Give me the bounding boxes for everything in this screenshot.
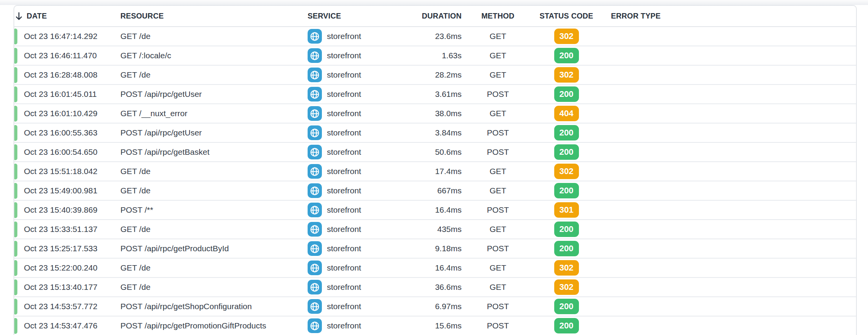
row-duration: 16.4ms [435,263,462,272]
column-header-resource[interactable]: RESOURCE [120,12,308,20]
date-cell: Oct 23 16:01:45.011 [14,90,120,99]
row-date: Oct 23 16:47:14.292 [24,32,97,41]
trace-row[interactable]: Oct 23 16:00:54.650 POST /api/rpc/getBas… [14,143,856,162]
globe-icon [308,280,322,294]
row-method: GET [489,167,506,176]
globe-icon [308,68,322,82]
duration-cell: 16.4ms [400,205,463,215]
row-resource: POST /api/rpc/getUser [120,128,202,137]
globe-icon [308,318,322,333]
trace-row[interactable]: Oct 23 15:33:51.137 GET /de storefront 4… [14,220,856,239]
sort-descending-icon[interactable] [15,11,23,21]
method-cell: POST [463,244,533,253]
status-badge: 301 [554,202,579,218]
row-duration: 23.6ms [435,32,462,41]
trace-row[interactable]: Oct 23 15:40:39.869 POST /** storefront … [14,201,856,220]
service-cell: storefront [308,183,400,198]
method-cell: GET [463,51,533,60]
row-duration: 15.6ms [435,321,462,330]
resource-cell: POST /api/rpc/getUser [120,90,308,99]
row-duration: 1.63s [442,51,462,60]
row-date: Oct 23 15:40:39.869 [24,205,97,214]
status-code-cell: 200 [533,86,600,102]
column-header-date[interactable]: DATE [14,11,120,21]
row-resource: GET /de [120,167,151,176]
row-method: POST [487,302,509,311]
trace-row[interactable]: Oct 23 15:49:00.981 GET /de storefront 6… [14,181,856,201]
status-badge: 302 [554,67,579,83]
row-duration: 38.0ms [435,109,462,118]
status-indicator-bar [14,144,17,160]
status-code-cell: 200 [533,144,600,160]
status-indicator-bar [14,183,17,199]
status-code-cell: 302 [533,164,600,179]
duration-cell: 667ms [400,186,463,195]
row-date: Oct 23 15:25:17.533 [24,244,97,253]
resource-cell: GET /de [120,70,308,80]
status-indicator-bar [14,222,17,237]
row-resource: POST /api/rpc/getUser [120,90,202,98]
service-cell: storefront [308,261,400,275]
row-date: Oct 23 15:13:40.177 [24,283,97,291]
duration-cell: 16.4ms [400,263,463,272]
trace-row[interactable]: Oct 23 16:28:48.008 GET /de storefront 2… [14,66,856,85]
trace-row[interactable]: Oct 23 16:46:11.470 GET /:locale/c store… [14,46,856,66]
duration-cell: 15.6ms [400,321,463,330]
trace-row[interactable]: Oct 23 16:01:45.011 POST /api/rpc/getUse… [14,85,856,104]
date-cell: Oct 23 16:47:14.292 [14,32,120,41]
status-code-cell: 200 [533,125,600,140]
date-cell: Oct 23 14:53:47.476 [14,321,120,330]
method-cell: POST [463,147,533,157]
row-date: Oct 23 16:00:54.650 [24,147,97,156]
column-header-service[interactable]: SERVICE [308,12,400,20]
date-cell: Oct 23 15:40:39.869 [14,205,120,215]
row-date: Oct 23 15:22:00.240 [24,263,97,272]
trace-row[interactable]: Oct 23 16:01:10.429 GET /__nuxt_error st… [14,104,856,124]
method-cell: GET [463,263,533,272]
row-service: storefront [327,167,361,176]
trace-row[interactable]: Oct 23 15:13:40.177 GET /de storefront 3… [14,278,856,297]
globe-icon [308,48,322,63]
globe-icon [308,299,322,314]
row-duration: 16.4ms [435,205,462,214]
row-resource: POST /api/rpc/getProductById [120,244,229,253]
row-duration: 28.2ms [435,70,462,79]
trace-row[interactable]: Oct 23 14:53:47.476 POST /api/rpc/getPro… [14,316,856,335]
status-indicator-bar [14,106,17,122]
column-header-method[interactable]: METHOD [463,12,533,20]
status-code-cell: 302 [533,29,600,44]
duration-cell: 36.6ms [400,283,463,292]
service-cell: storefront [308,125,400,140]
table-header-row: DATE RESOURCE SERVICE DURATION METHOD ST… [14,6,856,27]
resource-cell: GET /de [120,167,308,176]
status-badge: 200 [554,144,579,160]
column-header-status-code[interactable]: STATUS CODE [533,12,600,20]
resource-cell: POST /** [120,205,308,215]
trace-row[interactable]: Oct 23 16:00:55.363 POST /api/rpc/getUse… [14,124,856,143]
row-date: Oct 23 16:46:11.470 [24,51,97,60]
status-badge: 200 [554,318,579,333]
row-duration: 36.6ms [435,283,462,291]
resource-cell: GET /de [120,225,308,234]
trace-row[interactable]: Oct 23 14:53:57.772 POST /api/rpc/getSho… [14,297,856,316]
row-resource: GET /de [120,225,151,233]
row-date: Oct 23 14:53:57.772 [24,302,97,311]
status-badge: 302 [554,164,579,179]
row-service: storefront [327,321,361,330]
duration-cell: 50.6ms [400,147,463,157]
table-body: Oct 23 16:47:14.292 GET /de storefront 2… [14,27,856,335]
column-header-error-type[interactable]: ERROR TYPE [600,12,856,20]
method-cell: GET [463,167,533,176]
trace-row[interactable]: Oct 23 16:47:14.292 GET /de storefront 2… [14,27,856,46]
row-service: storefront [327,147,361,157]
column-header-duration[interactable]: DURATION [400,12,463,20]
trace-row[interactable]: Oct 23 15:51:18.042 GET /de storefront 1… [14,162,856,181]
row-service: storefront [327,32,361,41]
trace-row[interactable]: Oct 23 15:25:17.533 POST /api/rpc/getPro… [14,239,856,259]
duration-cell: 435ms [400,225,463,234]
row-date: Oct 23 16:28:48.008 [24,70,97,79]
status-code-cell: 200 [533,299,600,314]
globe-icon [308,106,322,121]
trace-row[interactable]: Oct 23 15:22:00.240 GET /de storefront 1… [14,259,856,278]
service-cell: storefront [308,68,400,82]
